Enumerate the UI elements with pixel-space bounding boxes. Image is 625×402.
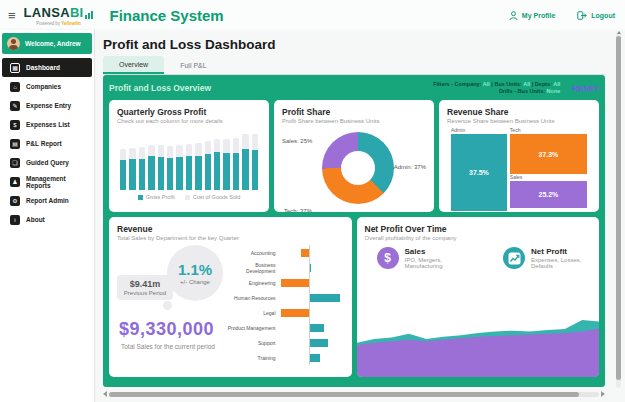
tab-full-p-l[interactable]: Full P&L [164,56,222,74]
filter-row: Filters - Company: All | Bus Units: All … [433,81,560,88]
tab-strip: OverviewFull P&L [103,56,605,75]
zero-axis [309,275,310,290]
card-title: Revenue [117,224,344,234]
stacked-bar[interactable] [176,145,182,190]
card-subtitle: Profit Share between Business Units [282,118,426,124]
report-admin-icon: ⚙ [10,196,20,206]
sidebar-welcome[interactable]: Welcome, Andrew [2,33,92,54]
card-revenue-share: Revenue Share Revenue Share between Busi… [439,100,599,212]
stacked-bar[interactable] [195,143,201,190]
positive-zone [310,339,344,347]
donut[interactable] [322,132,394,204]
filter-value[interactable]: None [547,88,561,94]
logout-icon [577,11,587,20]
department-bar[interactable] [310,264,312,272]
filter-value[interactable]: All [553,81,560,87]
tab-overview[interactable]: Overview [103,56,164,74]
my-profile-label: My Profile [522,12,555,19]
sidebar-item-guided-query[interactable]: ❏Guided Query [2,153,92,172]
vertical-scroll-thumb[interactable] [616,36,621,380]
scroll-right-icon[interactable] [601,391,605,397]
logout-button[interactable]: Logout [577,11,615,20]
treemap-block-admin[interactable]: 37.5% [451,134,507,211]
sidebar-item-expenses-list[interactable]: $Expenses List [2,115,92,134]
sidebar-item-label: Management Reports [26,175,92,189]
sidebar-item-about[interactable]: iAbout [2,210,92,229]
sidebar: Welcome, Andrew ▦Dashboard⌂Companies✎Exp… [0,30,95,402]
reset-button[interactable]: RESET [572,80,599,93]
my-profile-button[interactable]: My Profile [509,11,555,20]
app-title: Finance System [109,7,223,24]
sidebar-item-dashboard[interactable]: ▦Dashboard [2,58,92,77]
hamburger-icon[interactable]: ≡ [8,9,16,22]
stacked-bar[interactable] [205,141,211,190]
treemap-block-tech[interactable]: 37.3% [510,134,587,174]
filter-value[interactable]: All [483,81,490,87]
filter-field: - Bus Units: [514,88,546,94]
filter-field: | Bus Units: [490,81,523,87]
filter-field: - Company: [451,81,483,87]
sidebar-item-report-admin[interactable]: ⚙Report Admin [2,191,92,210]
card-net-profit-over-time: Net Profit Over Time Overall profitabili… [357,217,600,377]
scroll-up-icon[interactable] [617,31,621,34]
stacked-bar[interactable] [242,134,248,190]
card-subtitle: Total Sales by Department for the key Qu… [117,235,344,241]
vertical-scrollbar[interactable] [616,32,621,388]
horizontal-scroll-thumb[interactable] [109,392,579,397]
stacked-bar[interactable] [129,148,135,190]
stacked-bar[interactable] [120,149,126,190]
negative-zone [281,249,309,257]
department-bar[interactable] [310,324,325,332]
gross-profit-segment [252,150,258,190]
stacked-bar[interactable] [223,139,229,190]
scroll-left-icon[interactable] [103,391,107,397]
department-row: Support [225,335,344,350]
card-title: Revenue Share [447,107,591,117]
card-subtitle: Revenue Share between Business Units [447,118,591,124]
department-bar[interactable] [281,309,308,317]
department-bar-chart[interactable]: AccountingBusiness DevelopmentEngineerin… [225,243,344,371]
logout-label: Logout [591,12,615,19]
horizontal-scrollbar[interactable] [103,391,605,397]
department-bar[interactable] [301,249,308,257]
card-revenue: Revenue Total Sales by Department for th… [109,217,352,377]
previous-label: Previous Period [117,290,173,296]
sidebar-item-label: P&L Report [26,140,62,147]
gross-profit-segment [186,156,192,190]
department-bar[interactable] [310,294,340,302]
sidebar-item-management-reports[interactable]: ♟Management Reports [2,172,92,191]
cogs-segment [139,147,145,159]
treemap-block-sales[interactable]: 25.2% [510,181,587,208]
sidebar-item-p-l-report[interactable]: ▤P&L Report [2,134,92,153]
area-chart[interactable] [357,301,600,377]
gross-profit-segment [167,158,173,190]
panel-title: Profit and Loss Overview [109,80,211,93]
stacked-bar[interactable] [186,144,192,190]
sidebar-item-label: About [26,216,45,223]
stacked-bar[interactable] [158,145,164,190]
sidebar-item-label: Dashboard [26,64,60,71]
gross-profit-segment [139,159,145,190]
card-subtitle: Overall profitability of the company [365,235,592,241]
department-bar[interactable] [281,279,308,287]
indicator-subtitle: IPO, Mergers, Manufacturing [405,257,468,269]
stacked-bar-chart[interactable] [117,132,261,190]
stacked-bar[interactable] [252,134,258,190]
sidebar-item-expense-entry[interactable]: ✎Expense Entry [2,96,92,115]
stacked-bar[interactable] [214,139,220,190]
department-bar[interactable] [310,354,321,362]
welcome-label: Welcome, Andrew [25,40,81,47]
stacked-bar[interactable] [139,147,145,190]
cogs-segment [205,141,211,154]
logo-brand-secondary: BI [70,5,84,20]
stacked-bar[interactable] [233,138,239,190]
department-bar[interactable] [310,339,328,347]
cogs-segment [195,143,201,156]
sidebar-item-companies[interactable]: ⌂Companies [2,77,92,96]
stacked-bar[interactable] [167,146,173,190]
legend-swatch-gross-profit [138,195,143,200]
gross-profit-segment [195,156,201,190]
stacked-bar[interactable] [148,145,154,190]
cogs-segment [186,144,192,156]
department-row: Product Management [225,320,344,335]
